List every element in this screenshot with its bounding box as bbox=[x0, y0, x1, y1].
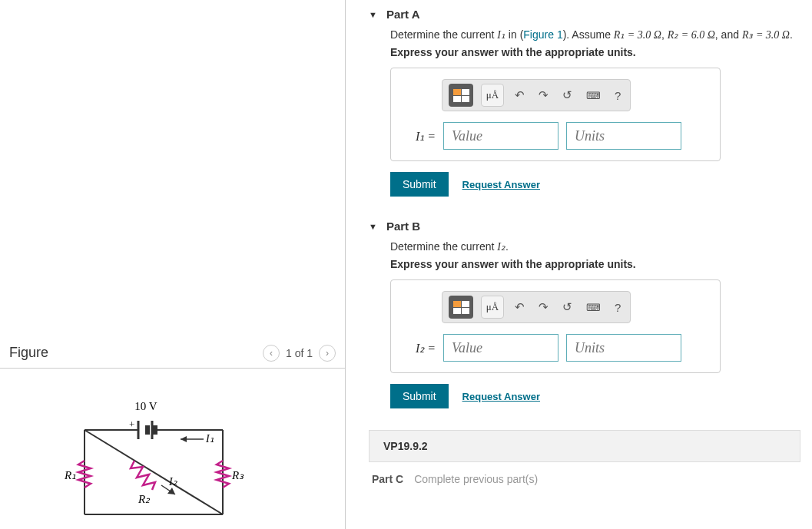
circuit-diagram: 10 V + R₁ R₂ R₃ I₁ I₂ bbox=[0, 369, 345, 529]
help-icon[interactable]: ? bbox=[611, 301, 624, 314]
part-c-row: Part C Complete previous part(s) bbox=[369, 462, 800, 485]
figure-header: Figure ‹ 1 of 1 › bbox=[0, 338, 345, 369]
redo-icon[interactable]: ↷ bbox=[535, 88, 552, 102]
part-b-instruction: Express your answer with the appropriate… bbox=[390, 258, 800, 270]
svg-marker-13 bbox=[167, 488, 175, 494]
part-a-toolbar: μÅ ↶ ↷ ↺ ⌨ ? bbox=[442, 79, 631, 111]
part-a-units-input[interactable] bbox=[566, 122, 681, 150]
part-b-value-input[interactable] bbox=[443, 334, 558, 362]
figure-pager: ‹ 1 of 1 › bbox=[263, 345, 336, 362]
part-b-header[interactable]: ▼ Part B bbox=[369, 212, 800, 240]
keyboard-icon[interactable]: ⌨ bbox=[583, 90, 604, 101]
figure-title: Figure bbox=[9, 345, 48, 361]
keyboard-icon[interactable]: ⌨ bbox=[583, 302, 604, 313]
figure-pane: Figure ‹ 1 of 1 › bbox=[0, 0, 346, 529]
part-b-units-input[interactable] bbox=[566, 334, 681, 362]
part-a-actions: Submit Request Answer bbox=[390, 172, 800, 197]
pager-next-button[interactable]: › bbox=[319, 345, 336, 362]
part-b-body: Determine the current I₂. Express your a… bbox=[369, 240, 800, 424]
caret-down-icon: ▼ bbox=[369, 10, 377, 19]
units-mu-button[interactable]: μÅ bbox=[481, 84, 504, 107]
part-b-answer-box: μÅ ↶ ↷ ↺ ⌨ ? I₂ = bbox=[390, 279, 721, 373]
svg-text:R₂: R₂ bbox=[138, 493, 151, 505]
part-a-prompt: Determine the current I₁ in (Figure 1). … bbox=[390, 28, 800, 41]
questions-pane: ▼ Part A Determine the current I₁ in (Fi… bbox=[346, 0, 812, 529]
svg-text:10 V: 10 V bbox=[134, 400, 157, 412]
svg-text:I₂: I₂ bbox=[168, 476, 177, 488]
vp-section[interactable]: VP19.9.2 bbox=[369, 430, 800, 462]
undo-icon[interactable]: ↶ bbox=[512, 300, 528, 314]
pager-text: 1 of 1 bbox=[286, 347, 313, 359]
redo-icon[interactable]: ↷ bbox=[535, 300, 552, 314]
part-b-prompt: Determine the current I₂. bbox=[390, 240, 800, 253]
part-a-var-label: I₁ = bbox=[405, 129, 436, 144]
part-b-submit-button[interactable]: Submit bbox=[390, 384, 449, 408]
part-a-submit-button[interactable]: Submit bbox=[390, 172, 449, 197]
part-a-header[interactable]: ▼ Part A bbox=[369, 0, 800, 28]
part-a-value-input[interactable] bbox=[443, 122, 558, 150]
templates-icon[interactable] bbox=[449, 84, 473, 107]
part-a-body: Determine the current I₁ in (Figure 1). … bbox=[369, 28, 800, 212]
part-a-answer-box: μÅ ↶ ↷ ↺ ⌨ ? I₁ = bbox=[390, 68, 721, 161]
reset-icon[interactable]: ↺ bbox=[559, 88, 575, 102]
svg-text:+: + bbox=[129, 418, 134, 430]
part-b-input-row: I₂ = bbox=[405, 334, 706, 362]
part-b-title: Part B bbox=[386, 220, 420, 233]
part-a-title: Part A bbox=[386, 8, 420, 21]
part-c-label: Part C bbox=[372, 473, 403, 485]
part-b-actions: Submit Request Answer bbox=[390, 384, 800, 408]
part-b-var-label: I₂ = bbox=[405, 341, 436, 355]
part-b-toolbar: μÅ ↶ ↷ ↺ ⌨ ? bbox=[442, 291, 631, 323]
caret-down-icon: ▼ bbox=[369, 222, 377, 231]
part-a-input-row: I₁ = bbox=[405, 122, 706, 150]
svg-marker-11 bbox=[181, 436, 187, 442]
figure-link[interactable]: Figure 1 bbox=[523, 28, 562, 41]
svg-text:I₁: I₁ bbox=[205, 433, 214, 445]
undo-icon[interactable]: ↶ bbox=[512, 88, 528, 102]
reset-icon[interactable]: ↺ bbox=[559, 300, 575, 314]
units-mu-button[interactable]: μÅ bbox=[481, 296, 504, 319]
templates-icon[interactable] bbox=[449, 296, 473, 319]
help-icon[interactable]: ? bbox=[611, 89, 624, 102]
part-a-request-answer-link[interactable]: Request Answer bbox=[462, 179, 540, 190]
svg-text:R₁: R₁ bbox=[64, 469, 76, 481]
svg-line-5 bbox=[85, 430, 223, 514]
svg-text:R₃: R₃ bbox=[231, 469, 244, 481]
part-a-instruction: Express your answer with the appropriate… bbox=[390, 46, 800, 58]
part-c-text: Complete previous part(s) bbox=[414, 473, 538, 485]
pager-prev-button[interactable]: ‹ bbox=[263, 345, 280, 362]
part-b-request-answer-link[interactable]: Request Answer bbox=[462, 391, 540, 402]
